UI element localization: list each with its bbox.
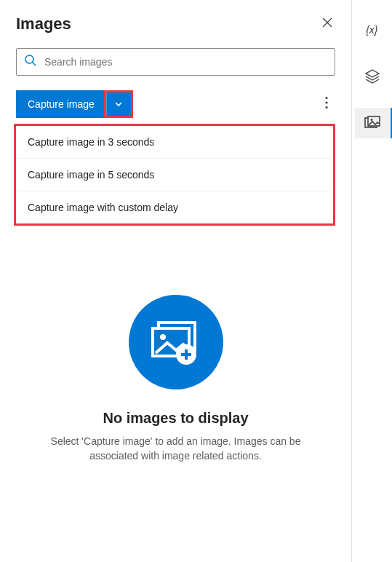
rail-item-layers[interactable] (355, 61, 390, 92)
rail-item-variables[interactable]: {x} (355, 15, 390, 45)
svg-point-2 (25, 55, 33, 63)
more-options-button[interactable] (318, 92, 335, 116)
close-icon (322, 17, 332, 28)
chevron-down-icon (114, 100, 123, 108)
capture-dropdown-menu: Capture image in 3 seconds Capture image… (14, 124, 335, 226)
search-box[interactable] (16, 48, 335, 76)
panel-title: Images (16, 15, 71, 33)
search-icon (24, 54, 37, 70)
svg-line-3 (33, 63, 36, 66)
right-rail: {x} (352, 0, 392, 562)
capture-split-button: Capture image (16, 90, 133, 118)
svg-point-5 (325, 101, 327, 103)
image-plus-icon (148, 318, 204, 366)
menu-item-capture-5s[interactable]: Capture image in 5 seconds (16, 159, 333, 191)
more-vertical-icon (325, 96, 328, 109)
empty-state-subtitle: Select 'Capture image' to add an image. … (38, 434, 313, 464)
images-rail-icon (364, 116, 380, 130)
rail-item-images[interactable] (355, 108, 390, 138)
empty-state-icon (129, 295, 223, 389)
close-button[interactable] (319, 15, 335, 33)
svg-point-9 (160, 334, 166, 340)
capture-image-button[interactable]: Capture image (16, 90, 106, 118)
svg-marker-14 (366, 70, 379, 77)
svg-point-4 (325, 97, 327, 99)
toolbar: Capture image (16, 90, 335, 118)
layers-icon (364, 68, 380, 84)
menu-item-capture-custom[interactable]: Capture image with custom delay (16, 191, 333, 223)
images-panel: Images Capture image (0, 0, 352, 562)
search-input[interactable] (44, 56, 327, 68)
capture-dropdown-button[interactable] (106, 92, 131, 116)
highlight-box-dropdown (104, 90, 133, 118)
variables-icon: {x} (364, 22, 380, 38)
svg-text:{x}: {x} (366, 24, 378, 36)
panel-header: Images (16, 15, 335, 33)
svg-point-17 (370, 119, 372, 121)
menu-item-capture-3s[interactable]: Capture image in 3 seconds (16, 126, 333, 159)
empty-state-title: No images to display (103, 410, 248, 427)
svg-point-6 (325, 106, 327, 108)
empty-state: No images to display Select 'Capture ima… (16, 295, 335, 464)
